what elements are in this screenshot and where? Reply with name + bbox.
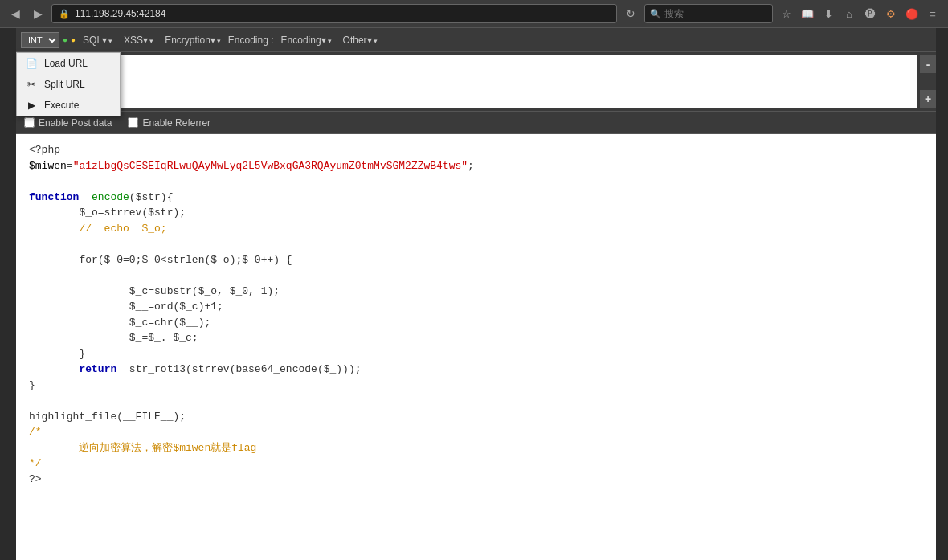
menu-icon[interactable]: ≡	[924, 5, 942, 22]
yellow-dot: ●	[71, 35, 76, 44]
main-content: INT ● ● SQL▾ XSS▾ Encryption▾ Encoding :…	[16, 28, 936, 560]
code-line: ?>	[29, 472, 923, 488]
reader-icon[interactable]: 📖	[799, 5, 816, 22]
code-line: highlight_file(__FILE__);	[29, 409, 923, 425]
code-line: $_c=substr($_o, $_0, 1);	[29, 284, 923, 300]
code-line: for($_0=0;$_0<strlen($_o);$_0++) {	[29, 252, 923, 268]
home-icon[interactable]: ⌂	[840, 5, 858, 22]
forward-button[interactable]: ▶	[29, 5, 47, 22]
code-line: $_c=chr($__);	[29, 315, 923, 331]
sql-menu-button[interactable]: SQL▾	[79, 33, 116, 47]
encryption-menu-button[interactable]: Encryption▾	[161, 33, 225, 47]
code-line	[29, 268, 923, 284]
code-line: $__=ord($_c)+1;	[29, 299, 923, 315]
split-url-icon: ✂	[25, 78, 38, 91]
refresh-button[interactable]: ↻	[622, 5, 639, 22]
load-url-icon: 📄	[25, 57, 38, 70]
code-line: $miwen="a1zLbgQsCESEIqRLwuQAyMwLyq2L5VwB…	[29, 158, 923, 174]
download-icon[interactable]: ⬇	[819, 5, 837, 22]
url-plus-button[interactable]: +	[920, 90, 936, 108]
url-text: 111.198.29.45:42184	[75, 8, 610, 19]
execute-icon: ▶	[25, 99, 38, 112]
execute-menu-item[interactable]: ▶ Execute	[17, 95, 120, 116]
code-line	[29, 393, 923, 409]
code-line: 逆向加密算法，解密$miwen就是flag	[29, 440, 923, 456]
code-line: /*	[29, 424, 923, 440]
options-row: Enable Post data Enable Referrer	[16, 112, 936, 134]
load-url-label: Load URL	[44, 58, 88, 69]
url-textarea[interactable]	[16, 55, 920, 108]
code-line	[29, 236, 923, 252]
enable-post-checkbox[interactable]	[24, 117, 35, 128]
code-line: }	[29, 378, 923, 394]
enable-referrer-checkbox[interactable]	[128, 117, 138, 128]
load-url-menu-item[interactable]: 📄 Load URL	[17, 53, 120, 74]
enable-post-text: Enable Post data	[39, 117, 112, 129]
enable-referrer-text: Enable Referrer	[142, 117, 210, 129]
enable-post-label[interactable]: Enable Post data	[24, 117, 112, 129]
code-line: <?php	[29, 142, 923, 158]
url-minus-button[interactable]: -	[920, 55, 936, 73]
search-input[interactable]	[664, 8, 745, 19]
firefox-icon[interactable]: 🔴	[903, 5, 921, 22]
code-line	[29, 174, 923, 190]
search-box: 🔍	[644, 4, 773, 23]
encoding-label-text: Encoding :	[228, 35, 274, 46]
split-url-menu-item[interactable]: ✂ Split URL	[17, 74, 120, 95]
star-icon[interactable]: ☆	[778, 5, 795, 22]
code-line: }	[29, 346, 923, 362]
execute-label: Execute	[44, 100, 79, 111]
code-display: <?php $miwen="a1zLbgQsCESEIqRLwuQAyMwLyq…	[16, 134, 936, 560]
encoding-menu-button[interactable]: Encoding▾	[277, 33, 336, 47]
code-line: $_=$_. $_c;	[29, 330, 923, 346]
other-menu-button[interactable]: Other▾	[339, 33, 382, 47]
lock-icon: 🔒	[59, 9, 70, 19]
search-icon: 🔍	[650, 9, 661, 19]
address-bar: 🔒 111.198.29.45:42184	[51, 4, 617, 23]
pocket-icon[interactable]: 🅟	[861, 5, 879, 22]
enable-referrer-label[interactable]: Enable Referrer	[128, 117, 210, 129]
code-line: return str_rot13(strrev(base64_encode($_…	[29, 362, 923, 378]
url-side-buttons: - +	[920, 52, 936, 111]
xss-menu-button[interactable]: XSS▾	[120, 33, 157, 47]
url-area: - +	[16, 52, 936, 112]
code-line: function encode($str){	[29, 190, 923, 206]
int-select[interactable]: INT	[21, 32, 59, 48]
code-line: // echo $_o;	[29, 221, 923, 237]
green-dot: ●	[63, 35, 67, 44]
plugin-toolbar: INT ● ● SQL▾ XSS▾ Encryption▾ Encoding :…	[16, 28, 936, 52]
browser-toolbar-icons: ☆ 📖 ⬇ ⌂ 🅟 ⚙ 🔴 ≡	[778, 5, 942, 22]
split-url-label: Split URL	[44, 79, 85, 90]
code-line: $_o=strrev($str);	[29, 205, 923, 221]
browser-chrome: ◀ ▶ 🔒 111.198.29.45:42184 ↻ 🔍 ☆ 📖 ⬇ ⌂ 🅟 …	[0, 0, 948, 28]
back-button[interactable]: ◀	[6, 5, 24, 22]
addon-icon[interactable]: ⚙	[882, 5, 900, 22]
code-line: */	[29, 456, 923, 472]
dropdown-menu: 📄 Load URL ✂ Split URL ▶ Execute	[16, 52, 121, 116]
